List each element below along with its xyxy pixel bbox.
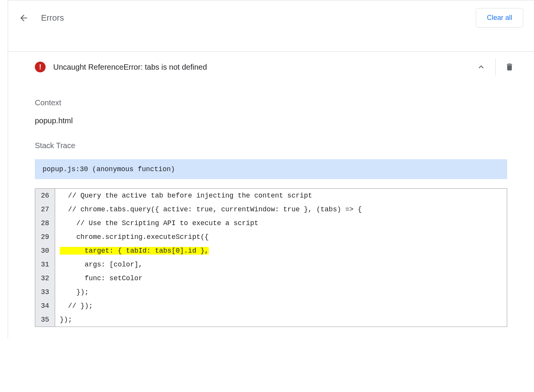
collapse-button[interactable] bbox=[467, 59, 495, 75]
stack-trace-title: Stack Trace bbox=[35, 141, 507, 150]
line-number: 28 bbox=[35, 216, 55, 230]
highlighted-code: target: { tabId: tabs[0].id }, bbox=[60, 247, 209, 255]
page-title: Errors bbox=[41, 13, 64, 23]
error-message: Uncaught ReferenceError: tabs is not def… bbox=[53, 63, 207, 72]
line-number: 30 bbox=[35, 244, 55, 258]
trash-icon bbox=[505, 62, 514, 72]
code-line: 33 }); bbox=[35, 285, 507, 299]
clear-all-button[interactable]: Clear all bbox=[476, 8, 523, 28]
error-details: Context popup.html Stack Trace popup.js:… bbox=[8, 98, 534, 338]
error-block: ! Uncaught ReferenceError: tabs is not d… bbox=[8, 51, 534, 338]
code-line: 26 // Query the active tab before inject… bbox=[35, 189, 507, 203]
line-content: // Query the active tab before injecting… bbox=[55, 189, 507, 203]
code-line: 27 // chrome.tabs.query({ active: true, … bbox=[35, 203, 507, 216]
line-content: target: { tabId: tabs[0].id }, bbox=[55, 244, 507, 258]
line-number: 35 bbox=[35, 313, 55, 327]
line-content: // }); bbox=[55, 299, 507, 313]
line-number: 32 bbox=[35, 271, 55, 285]
line-content: args: [color], bbox=[55, 258, 507, 271]
arrow-left-icon bbox=[19, 13, 29, 23]
context-title: Context bbox=[35, 98, 507, 107]
line-number: 27 bbox=[35, 203, 55, 216]
line-content: chrome.scripting.executeScript({ bbox=[55, 230, 507, 244]
line-content: func: setColor bbox=[55, 271, 507, 285]
back-button[interactable] bbox=[19, 13, 29, 23]
error-header: ! Uncaught ReferenceError: tabs is not d… bbox=[8, 52, 534, 82]
code-line: 29 chrome.scripting.executeScript({ bbox=[35, 230, 507, 244]
line-number: 34 bbox=[35, 299, 55, 313]
code-block: 26 // Query the active tab before inject… bbox=[35, 188, 507, 327]
code-line: 35}); bbox=[35, 313, 507, 327]
page-header: Errors Clear all bbox=[8, 0, 534, 35]
line-content: // Use the Scripting API to execute a sc… bbox=[55, 216, 507, 230]
code-line: 30 target: { tabId: tabs[0].id }, bbox=[35, 244, 507, 258]
code-line: 28 // Use the Scripting API to execute a… bbox=[35, 216, 507, 230]
delete-button[interactable] bbox=[496, 59, 523, 75]
line-number: 29 bbox=[35, 230, 55, 244]
line-number: 26 bbox=[35, 189, 55, 203]
code-line: 32 func: setColor bbox=[35, 271, 507, 285]
line-content: }); bbox=[55, 313, 507, 327]
line-number: 33 bbox=[35, 285, 55, 299]
chevron-up-icon bbox=[476, 62, 486, 72]
code-line: 31 args: [color], bbox=[35, 258, 507, 271]
context-value: popup.html bbox=[35, 116, 507, 125]
line-content: // chrome.tabs.query({ active: true, cur… bbox=[55, 203, 507, 216]
line-number: 31 bbox=[35, 258, 55, 271]
code-line: 34 // }); bbox=[35, 299, 507, 313]
line-content: }); bbox=[55, 285, 507, 299]
error-icon: ! bbox=[35, 62, 46, 72]
stack-trace-location: popup.js:30 (anonymous function) bbox=[35, 159, 507, 179]
